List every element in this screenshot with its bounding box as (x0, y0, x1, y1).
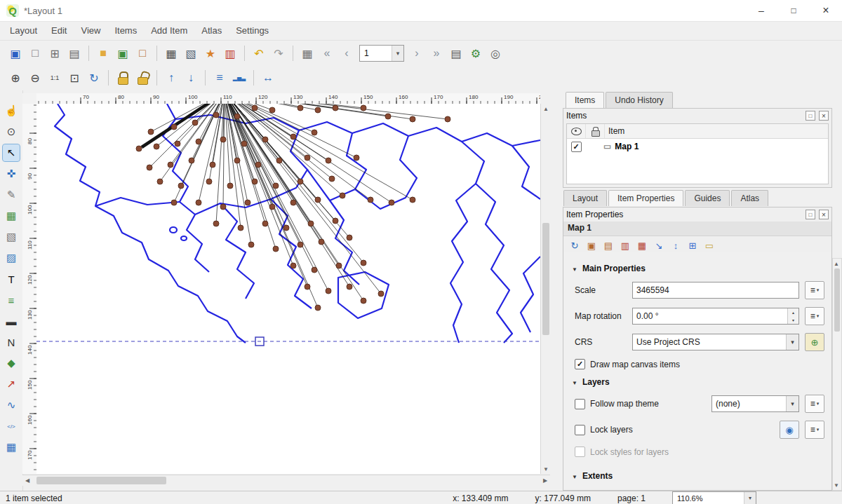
visibility-preset-button[interactable]: ◉ (780, 421, 799, 439)
zoom-actual-icon[interactable]: 1:1 (46, 69, 63, 86)
tab-guides[interactable]: Guides (685, 190, 730, 206)
scale-input[interactable]: 3465594 (632, 282, 799, 299)
map-1-item[interactable] (36, 104, 540, 474)
layout-manager-icon[interactable]: ▤ (66, 45, 83, 62)
add-legend-tool-icon[interactable]: ≡ (3, 292, 20, 308)
scroll-right-icon[interactable] (540, 475, 550, 485)
export-pdf-icon[interactable]: ▥ (222, 45, 239, 62)
atlas-preview-icon[interactable]: ◎ (487, 45, 504, 62)
print-atlas-icon[interactable]: ▤ (448, 45, 465, 62)
raise-items-icon[interactable]: ↑ (163, 69, 180, 86)
print-icon[interactable]: ▦ (163, 45, 180, 62)
add-picture-tool-icon[interactable]: ▨ (3, 250, 20, 266)
scroll-left-icon[interactable] (22, 475, 32, 485)
tab-layout[interactable]: Layout (563, 190, 607, 206)
set-map-scale-icon[interactable]: ▥ (617, 238, 633, 254)
canvas-horizontal-scrollbar[interactable] (22, 475, 550, 486)
spin-up-icon[interactable] (788, 308, 798, 316)
redo-icon[interactable]: ↷ (270, 45, 287, 62)
atlas-next-icon[interactable]: › (408, 45, 425, 62)
close-button[interactable] (810, 0, 842, 21)
section-main-properties[interactable]: Main Properties (572, 264, 826, 273)
menu-view[interactable]: View (74, 22, 107, 39)
align-items-icon[interactable]: ≡ (211, 69, 228, 86)
add-north-arrow-tool-icon[interactable]: N (3, 334, 20, 350)
horizontal-ruler[interactable]: 708090100110120130140150160170180190200 (36, 93, 540, 104)
chevron-down-icon[interactable] (786, 334, 798, 350)
minimize-button[interactable] (745, 0, 777, 21)
move-map-content-icon[interactable]: ↕ (668, 238, 683, 254)
pan-tool-icon[interactable]: ☝ (3, 102, 20, 119)
tab-items[interactable]: Items (566, 92, 604, 108)
labeling-settings-icon[interactable]: ⊞ (685, 238, 700, 254)
save-layout-icon[interactable]: ▣ (7, 45, 24, 62)
add-arrow-tool-icon[interactable]: ↗ (3, 376, 20, 393)
refresh-view-icon[interactable]: ↻ (86, 69, 102, 86)
zoom-full-icon[interactable]: ⊡ (66, 69, 83, 86)
lock-styles-checkbox[interactable] (575, 447, 585, 457)
tab-undo-history[interactable]: Undo History (606, 92, 672, 108)
resize-items-icon[interactable]: ↔ (260, 69, 276, 86)
scroll-down-icon[interactable] (541, 464, 551, 474)
vertical-scroll-thumb[interactable] (542, 223, 549, 335)
add-label-tool-icon[interactable]: T (3, 271, 20, 287)
canvas-vertical-scrollbar[interactable] (540, 104, 551, 474)
map-theme-dropdown[interactable]: (none) (711, 395, 799, 412)
zoom-out-icon[interactable]: ⊖ (27, 69, 44, 86)
add-scalebar-tool-icon[interactable]: ▬ (3, 313, 20, 329)
distribute-items-icon[interactable]: ▂▅▃ (231, 69, 248, 86)
atlas-first-icon[interactable]: « (319, 45, 335, 62)
atlas-settings-icon[interactable]: ⚙ (467, 45, 484, 62)
add-node-item-tool-icon[interactable]: ∿ (3, 397, 20, 414)
draw-map-canvas-items-checkbox[interactable] (575, 359, 585, 369)
item-visibility-checkbox[interactable] (571, 142, 582, 152)
edit-nodes-tool-icon[interactable]: ✎ (3, 186, 20, 203)
menu-add-item[interactable]: Add Item (144, 22, 194, 39)
data-defined-lock-button[interactable]: ≡ (805, 421, 824, 439)
spinner[interactable] (787, 308, 798, 324)
add-3d-map-tool-icon[interactable]: ▧ (3, 229, 20, 245)
add-html-tool-icon[interactable]: </> (3, 418, 20, 435)
panel-scroll-thumb[interactable] (834, 268, 840, 332)
open-folder-icon[interactable]: ■ (95, 45, 112, 62)
maximize-button[interactable] (777, 0, 810, 21)
zoom-tool-icon[interactable]: ⊙ (3, 123, 20, 140)
menu-atlas[interactable]: Atlas (194, 22, 229, 39)
menu-edit[interactable]: Edit (44, 22, 74, 39)
menu-settings[interactable]: Settings (229, 22, 276, 39)
map-rotation-input[interactable]: 0.00 ° (632, 308, 799, 325)
atlas-toolbar-icon[interactable]: ▦ (299, 45, 316, 62)
data-defined-rotation-button[interactable]: ≡ (805, 307, 824, 325)
export-svg-icon[interactable]: ★ (202, 45, 219, 62)
select-move-item-tool-icon[interactable]: ↖ (3, 144, 20, 161)
close-panel-icon[interactable] (819, 111, 829, 121)
tab-atlas[interactable]: Atlas (731, 190, 768, 206)
move-item-content-tool-icon[interactable]: ✜ (3, 165, 20, 182)
table-row[interactable]: ▭ Map 1 (567, 139, 828, 154)
update-map-preview-icon[interactable]: ↻ (567, 238, 582, 254)
zoom-in-icon[interactable]: ⊕ (7, 69, 24, 86)
follow-map-theme-checkbox[interactable] (575, 399, 585, 409)
clipping-settings-icon[interactable]: ▭ (702, 238, 717, 254)
scroll-up-icon[interactable] (832, 259, 841, 268)
close-panel-icon[interactable] (819, 210, 829, 219)
menu-items[interactable]: Items (107, 22, 144, 39)
scroll-up-icon[interactable] (541, 104, 551, 114)
zoom-level-combo[interactable]: 110.6% (672, 491, 756, 504)
undo-icon[interactable]: ↶ (250, 45, 267, 62)
lower-items-icon[interactable]: ↓ (182, 69, 199, 86)
select-crs-button[interactable]: ⊕ (805, 333, 824, 351)
section-layers[interactable]: Layers (572, 377, 826, 387)
lock-layers-checkbox[interactable] (575, 425, 585, 435)
vertical-ruler[interactable]: 8090100110120130140150160170180 (22, 104, 37, 474)
new-layout-icon[interactable]: □ (27, 45, 44, 62)
chevron-down-icon[interactable] (786, 396, 798, 411)
interactively-edit-extent-icon[interactable]: ↘ (651, 238, 667, 254)
chevron-down-icon[interactable] (392, 46, 403, 61)
save-as-template-icon[interactable]: ▣ (114, 45, 131, 62)
float-panel-icon[interactable] (806, 111, 815, 121)
atlas-last-icon[interactable]: » (428, 45, 445, 62)
view-current-extent-icon[interactable]: ▤ (601, 238, 616, 254)
spin-down-icon[interactable] (788, 316, 798, 324)
chevron-down-icon[interactable] (744, 492, 756, 504)
